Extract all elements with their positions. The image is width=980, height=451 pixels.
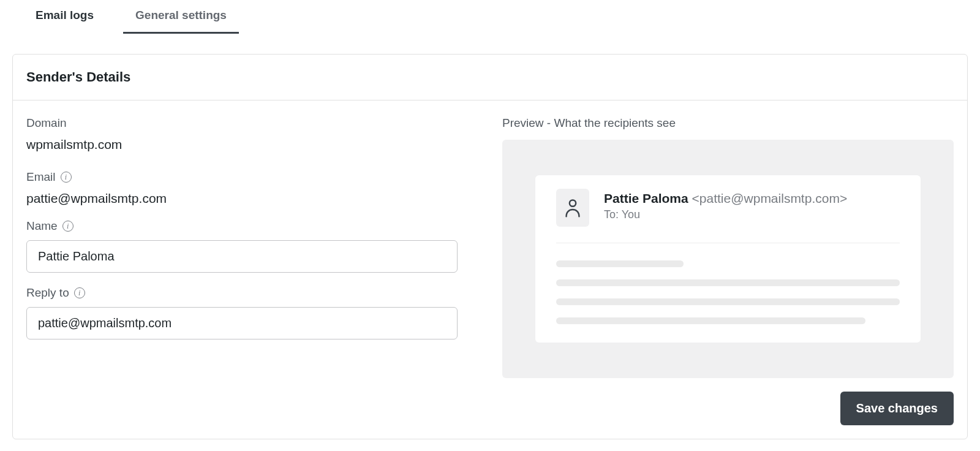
email-label-row: Email i: [26, 170, 478, 184]
tab-general-settings[interactable]: General settings: [123, 0, 239, 34]
sender-info: Pattie Paloma <pattie@wpmailsmtp.com> To…: [604, 189, 847, 221]
card-title: Sender's Details: [26, 69, 954, 85]
svg-point-0: [570, 200, 576, 206]
info-icon[interactable]: i: [74, 287, 85, 298]
reply-to-label-row: Reply to i: [26, 286, 478, 300]
save-changes-button[interactable]: Save changes: [840, 392, 954, 425]
card-header: Sender's Details: [13, 55, 967, 100]
form-column: Domain wpmailsmtp.com Email i pattie@wpm…: [26, 116, 478, 378]
name-input[interactable]: [26, 240, 458, 273]
card-body: Domain wpmailsmtp.com Email i pattie@wpm…: [13, 100, 967, 392]
placeholder-line: [556, 317, 865, 324]
preview-box: Pattie Paloma <pattie@wpmailsmtp.com> To…: [502, 140, 954, 378]
card-footer: Save changes: [13, 392, 967, 439]
reply-to-input[interactable]: [26, 307, 458, 339]
domain-label: Domain: [26, 116, 478, 130]
preview-body-placeholder: [556, 260, 900, 324]
placeholder-line: [556, 260, 684, 267]
email-preview-card: Pattie Paloma <pattie@wpmailsmtp.com> To…: [535, 175, 921, 343]
preview-to-line: To: You: [604, 208, 847, 221]
sender-line: Pattie Paloma <pattie@wpmailsmtp.com>: [604, 191, 847, 206]
person-icon: [564, 198, 582, 218]
email-header: Pattie Paloma <pattie@wpmailsmtp.com> To…: [556, 189, 900, 243]
preview-column: Preview - What the recipients see Patti: [502, 116, 954, 378]
preview-label: Preview - What the recipients see: [502, 116, 954, 130]
domain-value: wpmailsmtp.com: [26, 137, 478, 152]
name-label: Name: [26, 219, 58, 233]
preview-sender-email: <pattie@wpmailsmtp.com>: [692, 191, 848, 205]
preview-sender-name: Pattie Paloma: [604, 191, 688, 205]
field-email: Email i pattie@wpmailsmtp.com: [26, 170, 478, 206]
info-icon[interactable]: i: [61, 172, 72, 183]
tab-email-logs[interactable]: Email logs: [23, 0, 106, 34]
field-domain: Domain wpmailsmtp.com: [26, 116, 478, 152]
placeholder-line: [556, 298, 900, 305]
info-icon[interactable]: i: [62, 221, 74, 232]
field-name: Name i: [26, 219, 478, 273]
field-reply-to: Reply to i: [26, 286, 478, 339]
email-value: pattie@wpmailsmtp.com: [26, 191, 478, 206]
placeholder-line: [556, 279, 900, 286]
senders-details-card: Sender's Details Domain wpmailsmtp.com E…: [12, 54, 968, 439]
avatar: [556, 189, 589, 227]
reply-to-label: Reply to: [26, 286, 69, 300]
tabs: Email logs General settings: [0, 0, 980, 34]
name-label-row: Name i: [26, 219, 478, 233]
email-label: Email: [26, 170, 56, 184]
